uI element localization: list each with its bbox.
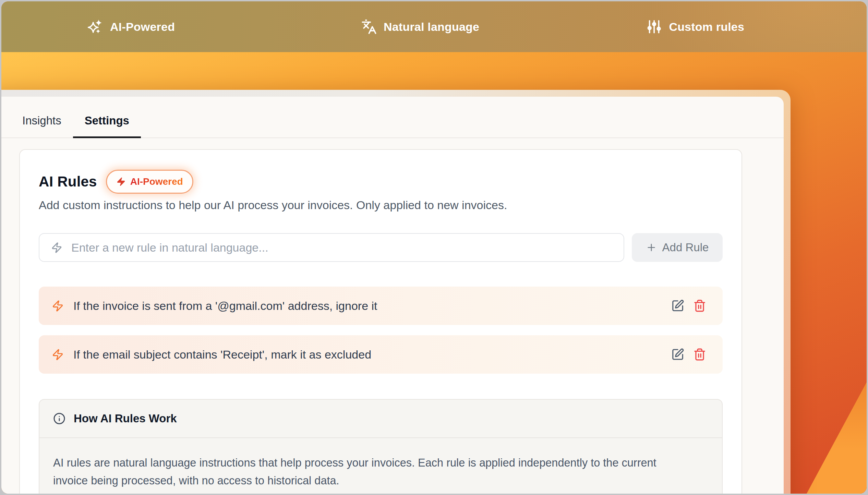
zap-icon xyxy=(52,349,64,361)
screenshot-frame: AI-Powered Natural language Custom rules… xyxy=(1,1,867,494)
zap-icon xyxy=(116,177,126,186)
card-title: AI Rules xyxy=(39,173,97,190)
banner-label: AI-Powered xyxy=(110,20,175,34)
banner-item-custom-rules: Custom rules xyxy=(646,1,744,52)
tab-insights[interactable]: Insights xyxy=(11,114,73,137)
rule-text: If the email subject contains 'Receipt',… xyxy=(73,348,671,361)
how-title: How AI Rules Work xyxy=(74,412,177,425)
delete-rule-button[interactable] xyxy=(693,348,706,361)
banner-item-natural-language: Natural language xyxy=(361,1,479,52)
new-rule-input[interactable] xyxy=(71,241,612,254)
zap-icon xyxy=(52,300,64,312)
sparkles-icon xyxy=(87,19,103,35)
edit-icon xyxy=(671,348,684,361)
tab-bar: Insights Settings xyxy=(1,97,784,138)
how-header: How AI Rules Work xyxy=(39,400,722,438)
ai-powered-badge: AI-Powered xyxy=(106,170,193,194)
feature-banner: AI-Powered Natural language Custom rules xyxy=(1,1,867,52)
zap-icon xyxy=(51,242,62,253)
banner-label: Custom rules xyxy=(669,20,744,34)
rule-input-wrap xyxy=(39,233,624,262)
edit-rule-button[interactable] xyxy=(671,348,684,361)
languages-icon xyxy=(361,19,377,35)
sliders-icon xyxy=(646,19,662,35)
rule-row: If the invoice is sent from a '@gmail.co… xyxy=(39,287,723,325)
trash-icon xyxy=(693,348,706,361)
info-icon xyxy=(53,412,65,425)
trash-icon xyxy=(693,299,706,312)
card-description: Add custom instructions to help our AI p… xyxy=(39,198,723,212)
tab-settings[interactable]: Settings xyxy=(73,114,141,137)
app-content: Insights Settings AI Rules AI-Powered Ad… xyxy=(1,97,784,494)
add-rule-button[interactable]: Add Rule xyxy=(632,233,723,262)
badge-label: AI-Powered xyxy=(130,176,183,187)
edit-icon xyxy=(671,299,684,312)
rule-row: If the email subject contains 'Receipt',… xyxy=(39,335,723,374)
rule-text: If the invoice is sent from a '@gmail.co… xyxy=(73,299,671,313)
wallpaper-triangle xyxy=(807,382,867,494)
ai-rules-card: AI Rules AI-Powered Add custom instructi… xyxy=(19,149,742,494)
banner-item-ai-powered: AI-Powered xyxy=(87,1,175,52)
delete-rule-button[interactable] xyxy=(693,299,706,312)
how-body: AI rules are natural language instructio… xyxy=(39,438,722,494)
plus-icon xyxy=(646,242,657,253)
add-rule-label: Add Rule xyxy=(662,241,709,254)
rules-list: If the invoice is sent from a '@gmail.co… xyxy=(39,287,723,374)
banner-label: Natural language xyxy=(384,20,479,34)
how-ai-rules-work-box: How AI Rules Work AI rules are natural l… xyxy=(39,399,723,494)
edit-rule-button[interactable] xyxy=(671,299,684,312)
app-window: Insights Settings AI Rules AI-Powered Ad… xyxy=(1,90,791,494)
